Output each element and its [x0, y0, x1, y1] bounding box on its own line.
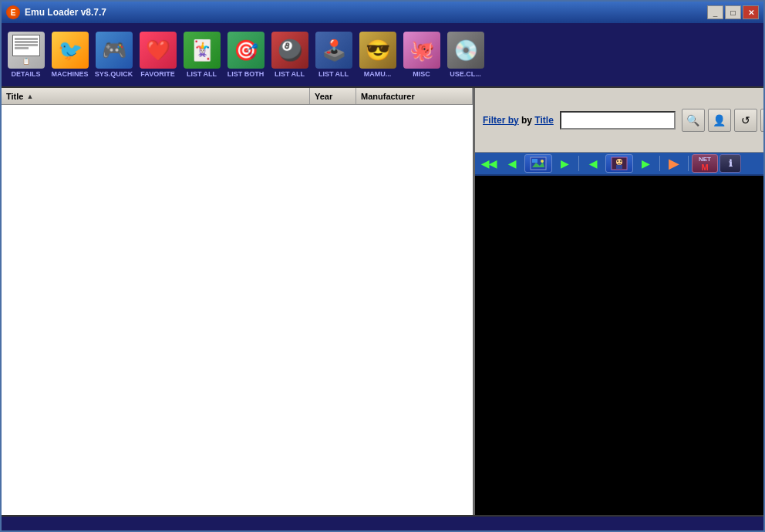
nav-next2-button[interactable]: ▶: [635, 154, 656, 173]
title-bar: E Emu Loader v8.7.7 _ □ ✕: [2, 2, 763, 23]
game-list-panel: Title ▲ Year Manufacturer: [2, 88, 475, 515]
col-header-manufacturer[interactable]: Manufacturer: [356, 88, 473, 104]
machines-label: MACHINES: [51, 70, 88, 78]
nav-separator-3: [688, 156, 689, 171]
listall1-label: LIST ALL: [187, 70, 217, 78]
filter-bar: Filter by by Title 🔍 👤 ↺ 📋: [475, 88, 763, 153]
svg-rect-1: [532, 159, 538, 163]
details-icon: 📋: [8, 32, 45, 69]
misc-label: MISC: [413, 70, 430, 78]
listall2-icon: 🎱: [271, 32, 308, 69]
list-button[interactable]: 📋: [760, 109, 763, 132]
preview-area: [475, 176, 763, 515]
listall3-icon: 🕹️: [315, 32, 352, 69]
svg-rect-6: [616, 165, 622, 169]
listboth-label: LIST BOTH: [227, 70, 265, 78]
right-panel: Filter by by Title 🔍 👤 ↺ 📋 ◀◀ ◀: [475, 88, 763, 515]
usecl-icon: 💿: [447, 32, 484, 69]
listall2-label: LIST ALL: [275, 70, 305, 78]
nav-prev-prev-button[interactable]: ◀◀: [478, 154, 500, 173]
mamu-label: MAMU...: [364, 70, 392, 78]
nav-toolbar: ◀◀ ◀ ▶ ◀: [475, 153, 763, 176]
listboth-icon: 🎯: [227, 32, 265, 69]
toolbar-favorite[interactable]: ❤️ FAVORITE: [136, 26, 179, 83]
mamu-icon: 😎: [359, 32, 396, 69]
filter-field-name: Title: [534, 115, 553, 126]
misc-icon: 🐙: [403, 32, 440, 69]
favorite-icon: ❤️: [140, 32, 177, 69]
sysquick-icon: 🎮: [96, 32, 133, 69]
toolbar-listboth[interactable]: 🎯 LIST BOTH: [224, 26, 267, 83]
nav-info-button[interactable]: ℹ: [720, 154, 741, 173]
window-title: Emu Loader v8.7.7: [25, 7, 106, 18]
nav-image1-button[interactable]: [524, 154, 552, 173]
toolbar-mamu[interactable]: 😎 MAMU...: [356, 26, 399, 83]
svg-point-8: [620, 160, 622, 162]
filter-input[interactable]: [560, 111, 676, 130]
nav-image2-button[interactable]: [605, 154, 633, 173]
main-area: Title ▲ Year Manufacturer Filter by by T…: [2, 88, 763, 515]
listall1-icon: 🃏: [184, 32, 221, 69]
col-header-title[interactable]: Title ▲: [2, 88, 310, 104]
nav-prev2-button[interactable]: ◀: [582, 154, 604, 173]
main-window: E Emu Loader v8.7.7 _ □ ✕ 📋: [0, 0, 765, 532]
filter-label: Filter by by Title: [483, 115, 554, 126]
user-button[interactable]: 👤: [708, 109, 731, 132]
nav-prev-button[interactable]: ◀: [501, 154, 523, 173]
window-controls: _ □ ✕: [707, 5, 759, 19]
nav-separator-1: [578, 156, 579, 171]
close-button[interactable]: ✕: [743, 5, 759, 19]
toolbar-usecl[interactable]: 💿 USE.CL...: [444, 26, 487, 83]
details-label: DETAILS: [12, 70, 41, 78]
status-bar: [2, 515, 763, 530]
nav-net-button[interactable]: NET M: [692, 154, 718, 173]
nav-play-button[interactable]: ▶: [663, 154, 685, 173]
toolbar-listall1[interactable]: 🃏 LIST ALL: [180, 26, 223, 83]
nav-separator-2: [659, 156, 660, 171]
list-header: Title ▲ Year Manufacturer: [2, 88, 473, 105]
maximize-button[interactable]: □: [725, 5, 741, 19]
main-toolbar: 📋 DETAILS 🐦 MACHINES 🎮 SYS.QUICK ❤️ FAVO…: [2, 23, 763, 88]
title-bar-left: E Emu Loader v8.7.7: [6, 5, 106, 19]
game-list[interactable]: [2, 105, 473, 515]
listall3-label: LIST ALL: [318, 70, 349, 78]
filter-actions: 🔍 👤 ↺ 📋: [682, 109, 763, 132]
usecl-label: USE.CL...: [450, 70, 481, 78]
toolbar-listall2[interactable]: 🎱 LIST ALL: [268, 26, 311, 83]
toolbar-listall3[interactable]: 🕹️ LIST ALL: [312, 26, 355, 83]
favorite-label: FAVORITE: [140, 70, 174, 78]
col-header-year[interactable]: Year: [310, 88, 356, 104]
app-icon: E: [6, 5, 20, 19]
toolbar-machines[interactable]: 🐦 MACHINES: [49, 26, 91, 83]
sysquick-label: SYS.QUICK: [95, 70, 133, 78]
machines-icon: 🐦: [52, 32, 89, 69]
svg-point-3: [541, 160, 544, 163]
search-button[interactable]: 🔍: [682, 109, 705, 132]
refresh-button[interactable]: ↺: [734, 109, 757, 132]
minimize-button[interactable]: _: [707, 5, 723, 19]
svg-point-7: [617, 160, 618, 162]
toolbar-sysquick[interactable]: 🎮 SYS.QUICK: [93, 26, 135, 83]
toolbar-misc[interactable]: 🐙 MISC: [400, 26, 443, 83]
toolbar-details[interactable]: 📋 DETAILS: [5, 26, 47, 83]
sort-arrow-title: ▲: [26, 93, 33, 100]
nav-next-button[interactable]: ▶: [554, 154, 575, 173]
